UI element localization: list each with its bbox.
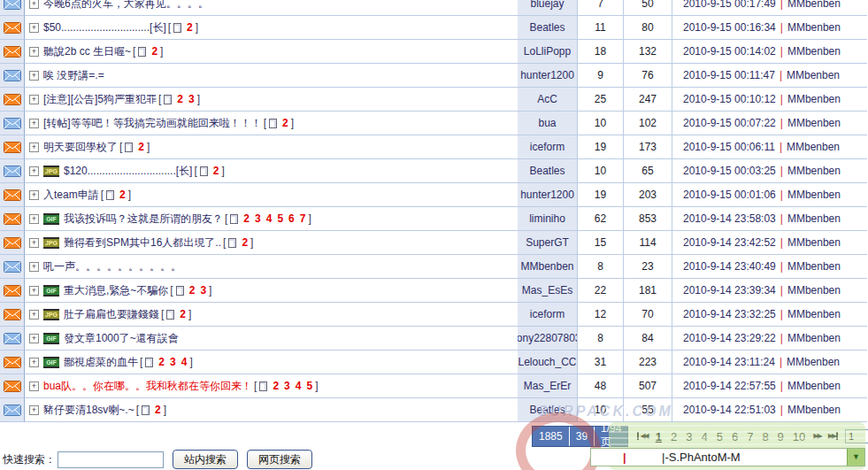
thread-title-link[interactable]: [注意][公告]5狗严重犯罪 xyxy=(43,92,157,107)
author-cell[interactable]: Mas_EsEs xyxy=(518,279,578,303)
thread-page-link[interactable]: 2 xyxy=(177,93,183,105)
page-number-4[interactable]: 4 xyxy=(701,430,707,443)
thread-page-link[interactable]: 5 xyxy=(277,212,283,225)
song-combo-box[interactable]: | |-S.PhAntoM-M ▼ xyxy=(590,448,865,466)
thread-title-link[interactable]: 重大消息,緊急~不騙你 xyxy=(64,283,168,298)
thread-title-link[interactable]: 入team申請 xyxy=(43,188,99,203)
thread-page-link[interactable]: 2 xyxy=(119,189,126,201)
lastpost-author[interactable]: MMbenben xyxy=(787,404,841,416)
thread-title-link[interactable]: 聽說2b cc 生日喔~ xyxy=(43,44,131,59)
lastpost-author[interactable]: MMbenben xyxy=(787,236,841,249)
thread-page-link[interactable]: 7 xyxy=(300,212,306,225)
thread-page-link[interactable]: 2 xyxy=(243,212,250,225)
lastpost-author[interactable]: MMbenben xyxy=(787,189,841,201)
expand-icon[interactable]: + xyxy=(29,262,39,272)
expand-icon[interactable]: + xyxy=(29,190,39,200)
quick-search-input[interactable] xyxy=(58,451,164,468)
web-search-button[interactable]: 网页搜索 xyxy=(247,450,312,469)
author-cell[interactable]: AcC xyxy=(518,88,578,112)
author-cell[interactable]: hunter1200 xyxy=(518,64,578,88)
lastpost-author[interactable]: MMbenben xyxy=(787,69,840,81)
author-cell[interactable]: iceform xyxy=(518,135,578,159)
author-cell[interactable]: hunter1200 xyxy=(518,183,578,207)
thread-page-link[interactable]: 6 xyxy=(288,212,295,225)
thread-page-link[interactable]: 5 xyxy=(306,380,312,392)
author-cell[interactable]: liminiho xyxy=(518,207,578,231)
author-cell[interactable]: iceform xyxy=(518,303,578,327)
lastpost-author[interactable]: MMbenben xyxy=(787,380,841,392)
thread-title-link[interactable]: [转帖]等等吧！等我搞完动画就能回来啦！！！ xyxy=(43,116,262,131)
thread-title-link[interactable]: $120..............................[长] xyxy=(64,164,192,179)
thread-page-link[interactable]: 3 xyxy=(200,284,206,297)
thread-title-link[interactable]: 豬仔要清18sv喇~.~ xyxy=(43,403,134,418)
expand-icon[interactable]: + xyxy=(29,238,39,248)
author-cell[interactable]: bua xyxy=(518,112,578,135)
expand-icon[interactable]: + xyxy=(29,143,39,152)
thread-title-link[interactable]: 難得看到SPM其中16人都出現了.. xyxy=(64,235,221,250)
expand-icon[interactable]: + xyxy=(29,405,39,415)
thread-title-link[interactable]: 肚子扁扁也要賺錢錢 xyxy=(64,307,159,322)
expand-icon[interactable]: + xyxy=(29,166,39,176)
author-cell[interactable]: Beatles xyxy=(518,398,578,422)
thread-page-link[interactable]: 2 xyxy=(155,404,161,416)
lastpost-author[interactable]: MMbenben xyxy=(787,260,841,273)
lastpost-author[interactable]: MMbenben xyxy=(787,165,841,177)
thread-page-link[interactable]: 3 xyxy=(170,356,176,368)
expand-icon[interactable]: + xyxy=(29,334,39,343)
expand-icon[interactable]: + xyxy=(29,119,39,128)
lastpost-author[interactable]: MMbenben xyxy=(787,21,841,34)
page-number-7[interactable]: 7 xyxy=(747,430,753,443)
expand-icon[interactable]: + xyxy=(29,310,39,320)
first-page-icon[interactable]: ◀◀ xyxy=(637,432,647,440)
page-number-6[interactable]: 6 xyxy=(732,430,738,443)
expand-icon[interactable]: + xyxy=(29,214,39,224)
author-cell[interactable]: bluejay xyxy=(518,0,578,16)
expand-icon[interactable]: + xyxy=(29,23,39,33)
thread-title-link[interactable]: 發文章1000了~還有誤會 xyxy=(64,331,179,346)
thread-page-link[interactable]: 3 xyxy=(188,93,195,105)
expand-icon[interactable]: + xyxy=(29,95,39,104)
page-jump-input[interactable] xyxy=(845,429,868,443)
page-number-10[interactable]: 10 xyxy=(793,430,805,443)
thread-page-link[interactable]: 2 xyxy=(189,284,196,297)
lastpost-author[interactable]: MMbenben xyxy=(787,308,841,320)
expand-icon[interactable]: + xyxy=(29,286,39,296)
chevron-down-icon[interactable]: ▼ xyxy=(847,449,864,466)
thread-page-link[interactable]: 2 xyxy=(242,236,248,249)
page-number-8[interactable]: 8 xyxy=(762,430,768,443)
expand-icon[interactable]: + xyxy=(29,358,39,367)
author-cell[interactable]: Lelouch_CC xyxy=(518,351,578,374)
thread-title-link[interactable]: bua队。。你在哪。。我和秋都在等你回来！ xyxy=(43,379,252,394)
author-cell[interactable]: Beatles xyxy=(518,159,578,183)
lastpost-author[interactable]: MMbenben xyxy=(787,284,841,297)
author-cell[interactable]: Mas_ErEr xyxy=(518,374,578,398)
site-search-button[interactable]: 站内搜索 xyxy=(173,450,238,469)
lastpost-author[interactable]: MMbenben xyxy=(787,117,841,129)
lastpost-author[interactable]: MMbenben xyxy=(787,93,841,105)
page-number-9[interactable]: 9 xyxy=(778,430,784,443)
fast-forward-icon[interactable]: ▶▶ xyxy=(813,432,820,440)
author-cell[interactable]: SuperGT xyxy=(518,231,578,255)
thread-page-link[interactable]: 2 xyxy=(187,21,193,34)
thread-title-link[interactable]: 鄙視虐菜的血牛 xyxy=(64,355,138,370)
author-cell[interactable]: MMbenben xyxy=(518,255,578,279)
thread-title-link[interactable]: 吼一声。。。。。。。。。。 xyxy=(43,259,181,274)
thread-page-link[interactable]: 2 xyxy=(158,356,165,368)
thread-page-link[interactable]: 3 xyxy=(255,212,261,225)
last-page-icon[interactable]: ▶▶ xyxy=(828,432,838,440)
page-number-2[interactable]: 2 xyxy=(671,430,677,443)
expand-icon[interactable]: + xyxy=(29,71,39,81)
thread-title-link[interactable]: 今晚6点的火车，大家再见。。。。 xyxy=(43,0,209,12)
lastpost-author[interactable]: MMbenben xyxy=(787,356,840,368)
author-cell[interactable]: Beatles xyxy=(518,16,578,40)
thread-page-link[interactable]: 2 xyxy=(273,380,279,392)
page-number-5[interactable]: 5 xyxy=(717,430,723,443)
thread-title-link[interactable]: 唉 没野講=.= xyxy=(43,68,104,83)
thread-title-link[interactable]: 明天要回學校了 xyxy=(43,140,118,155)
thread-page-link[interactable]: 3 xyxy=(284,380,290,392)
thread-page-link[interactable]: 2 xyxy=(282,117,288,129)
thread-page-link[interactable]: 4 xyxy=(266,212,273,225)
thread-page-link[interactable]: 2 xyxy=(138,141,144,153)
lastpost-author[interactable]: MMbenben xyxy=(787,45,841,58)
thread-title-link[interactable]: 我该投诉吗？这就是所谓的朋友？ xyxy=(64,212,223,227)
